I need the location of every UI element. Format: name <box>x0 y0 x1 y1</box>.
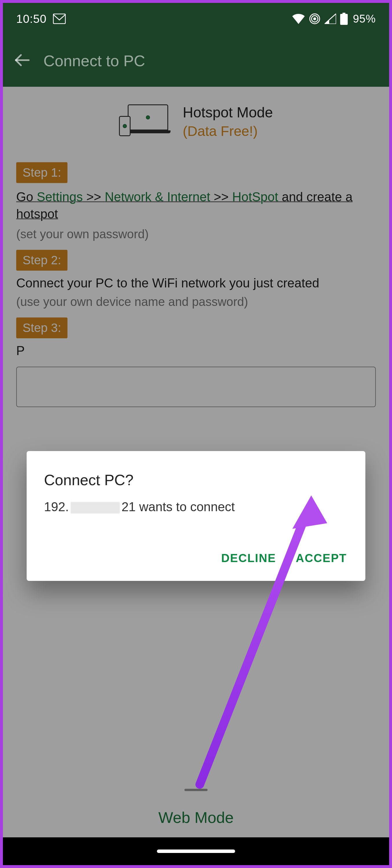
back-button[interactable] <box>15 52 30 69</box>
content-area: Hotspot Mode (Data Free!) Step 1: Go Set… <box>3 87 389 837</box>
svg-rect-0 <box>53 14 65 24</box>
dialog-message: 192.21 wants to connect <box>44 500 348 514</box>
gmail-icon <box>53 13 66 24</box>
dialog-ip-prefix: 192. <box>44 500 69 514</box>
dialog-title: Connect PC? <box>44 471 348 489</box>
nav-bar <box>3 837 389 865</box>
dialog-ip-redacted <box>71 502 120 514</box>
battery-percent: 95% <box>353 13 376 25</box>
page-title: Connect to PC <box>44 52 145 70</box>
cellular-icon <box>325 13 336 24</box>
status-bar: 10:50 95% <box>3 3 389 35</box>
status-time: 10:50 <box>16 12 47 26</box>
battery-icon <box>340 13 348 25</box>
svg-rect-4 <box>342 13 345 14</box>
decline-button[interactable]: DECLINE <box>220 549 277 567</box>
wifi-icon <box>292 13 305 24</box>
svg-point-1 <box>313 17 316 20</box>
app-bar: Connect to PC <box>3 35 389 87</box>
home-handle-icon[interactable] <box>157 849 235 853</box>
dialog-ip-suffix: 21 wants to connect <box>121 500 235 514</box>
accept-button[interactable]: ACCEPT <box>295 549 348 567</box>
svg-rect-5 <box>340 14 348 25</box>
hotspot-icon <box>309 13 320 25</box>
connect-dialog: Connect PC? 192.21 wants to connect DECL… <box>27 451 365 581</box>
